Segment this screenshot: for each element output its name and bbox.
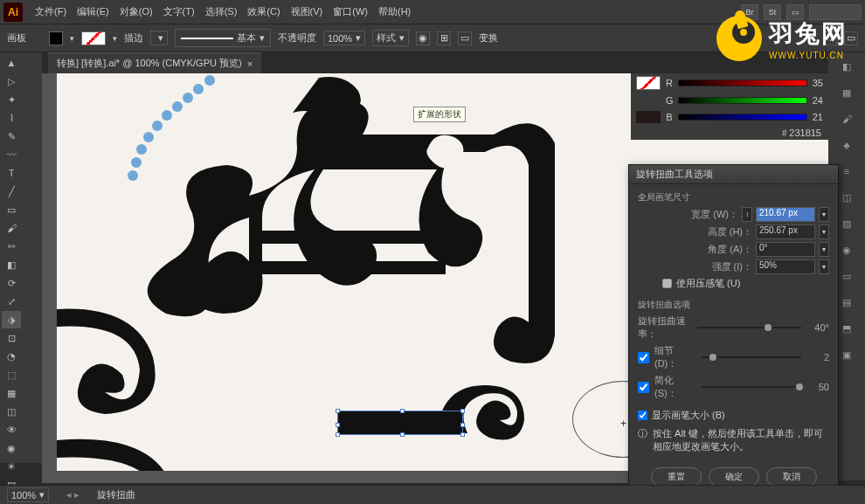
eyedropper-tool[interactable]: 👁 [2, 421, 21, 438]
stroke-preview[interactable] [636, 76, 661, 90]
magic-wand-tool[interactable]: ✦ [2, 91, 21, 108]
show-brush-checkbox[interactable] [638, 411, 647, 420]
watermark: 羽兔网 WWW.YUTU.CN [716, 16, 848, 61]
angle-dropdown-icon[interactable]: ▾ [819, 242, 829, 257]
rectangle-tool[interactable]: ▭ [2, 201, 21, 218]
opacity-label: 不透明度 [278, 31, 316, 45]
document-tab[interactable]: 转换] [转换].ai* @ 100% (CMYK/GPU 预览) × [48, 52, 261, 73]
height-input[interactable]: 250.67 px [756, 224, 815, 239]
menu-effect[interactable]: 效果(C) [242, 5, 285, 18]
slider-r[interactable] [678, 79, 807, 86]
ok-button[interactable]: 确定 [709, 467, 759, 487]
angle-label: 角度 (A)： [700, 243, 752, 256]
intensity-dropdown-icon[interactable]: ▾ [819, 259, 829, 274]
width-input[interactable]: 210.67 px [756, 207, 815, 222]
intensity-input[interactable]: 50% [756, 259, 815, 274]
status-bar: 100%▾ ◂ ▸ 旋转扭曲 [0, 485, 865, 504]
show-brush-label: 显示画笔大小 (B) [652, 409, 725, 422]
curvature-tool[interactable]: 〰 [2, 146, 21, 163]
swirl-artwork [57, 300, 249, 471]
rate-slider[interactable] [697, 327, 801, 328]
simplify-slider[interactable] [702, 386, 801, 388]
simplify-checkbox[interactable] [638, 382, 649, 393]
type-tool[interactable]: T [2, 164, 21, 182]
scale-tool[interactable]: ⤢ [2, 293, 21, 310]
svg-point-5 [152, 121, 163, 131]
shape-icon[interactable]: ▭ [458, 31, 472, 45]
value-r: 35 [813, 78, 823, 88]
menu-view[interactable]: 视图(V) [286, 5, 329, 18]
color-row-b[interactable]: B 21 [631, 108, 828, 126]
svg-point-8 [131, 157, 142, 168]
intensity-label: 强度 (I)： [700, 260, 752, 273]
mesh-tool[interactable]: ▦ [2, 384, 21, 402]
stroke-weight[interactable]: ▾ [150, 31, 168, 45]
menu-select[interactable]: 选择(S) [200, 5, 243, 18]
menu-window[interactable]: 窗口(W) [328, 5, 373, 18]
pressure-label: 使用压感笔 (U) [676, 277, 740, 290]
style-dropdown[interactable]: 样式▾ [372, 30, 409, 46]
tool-panel: ▲ ▷ ✦ ⌇ ✎ 〰 T ╱ ▭ 🖌 ✏ ◧ ⟳ ⤢ ⬗ ⊡ ◔ ⬚ ▦ ◫ … [0, 52, 42, 463]
width-link-icon[interactable]: ↕ [742, 207, 752, 222]
close-tab-icon[interactable]: × [247, 59, 253, 69]
value-g: 24 [813, 95, 823, 106]
dialog-title: 旋转扭曲工具选项 [629, 165, 838, 184]
symbol-tool[interactable]: ☀ [2, 458, 21, 475]
menu-object[interactable]: 对象(O) [114, 5, 158, 18]
selection-tool[interactable]: ▲ [2, 54, 21, 72]
rotate-tool[interactable]: ⟳ [2, 274, 21, 292]
rate-label: 旋转扭曲速率： [638, 314, 692, 341]
lasso-tool[interactable]: ⌇ [2, 109, 21, 127]
stroke-swatch[interactable] [81, 31, 106, 45]
brush-style[interactable]: 基本▾ [175, 29, 271, 47]
line-tool[interactable]: ╱ [2, 183, 21, 200]
section-twirl-options: 旋转扭曲选项 [638, 299, 829, 311]
fill-swatch[interactable] [49, 31, 63, 45]
dotted-curve [57, 73, 232, 248]
color-row-r[interactable]: R 35 [631, 73, 828, 93]
shaper-tool[interactable]: ✏ [2, 238, 21, 255]
panel-swatches-icon[interactable]: ▦ [830, 80, 863, 105]
reset-button[interactable]: 重置 [651, 467, 702, 487]
panel-brushes-icon[interactable]: 🖌 [830, 107, 863, 131]
menu-help[interactable]: 帮助(H) [373, 5, 416, 18]
width-tool[interactable]: ⬗ [2, 311, 21, 328]
width-dropdown-icon[interactable]: ▾ [819, 207, 829, 222]
slider-g[interactable] [678, 97, 807, 104]
slider-b[interactable] [678, 114, 807, 121]
menu-type[interactable]: 文字(T) [158, 5, 200, 18]
direct-select-tool[interactable]: ▷ [2, 72, 21, 90]
hex-value[interactable]: # 231815 [631, 126, 828, 140]
blend-tool[interactable]: ◉ [2, 439, 21, 457]
free-transform-tool[interactable]: ⊡ [2, 329, 21, 347]
fill-preview[interactable] [636, 111, 661, 123]
selected-rectangle[interactable] [337, 411, 463, 435]
gradient-tool[interactable]: ◫ [2, 403, 21, 420]
value-b: 21 [813, 112, 823, 122]
simplify-value: 50 [806, 382, 829, 392]
angle-input[interactable]: 0° [756, 242, 815, 257]
zoom-level[interactable]: 100%▾ [7, 487, 49, 502]
width-label: 宽度 (W)： [686, 208, 738, 221]
watermark-brand: 羽兔网 [769, 17, 848, 51]
pressure-checkbox [662, 279, 672, 288]
color-row-g[interactable]: G 24 [631, 93, 828, 108]
eraser-tool[interactable]: ◧ [2, 256, 21, 273]
svg-point-9 [128, 170, 138, 181]
menu-file[interactable]: 文件(F) [30, 5, 72, 18]
cancel-button[interactable]: 取消 [766, 467, 817, 487]
height-dropdown-icon[interactable]: ▾ [819, 224, 829, 239]
paintbrush-tool[interactable]: 🖌 [2, 219, 21, 237]
panel-symbols-icon[interactable]: ♣ [830, 133, 863, 157]
transform-link[interactable]: 变换 [479, 31, 498, 45]
shape-builder-tool[interactable]: ◔ [2, 348, 21, 365]
detail-slider[interactable] [702, 356, 801, 358]
recolor-icon[interactable]: ◉ [416, 31, 430, 45]
cursor-crosshair: + [620, 418, 626, 430]
perspective-tool[interactable]: ⬚ [2, 366, 21, 383]
pen-tool[interactable]: ✎ [2, 128, 21, 145]
detail-checkbox[interactable] [638, 352, 649, 363]
menu-edit[interactable]: 编辑(E) [72, 5, 114, 18]
opacity-value[interactable]: 100%▾ [323, 31, 365, 45]
align-icon[interactable]: ⊞ [437, 31, 451, 45]
